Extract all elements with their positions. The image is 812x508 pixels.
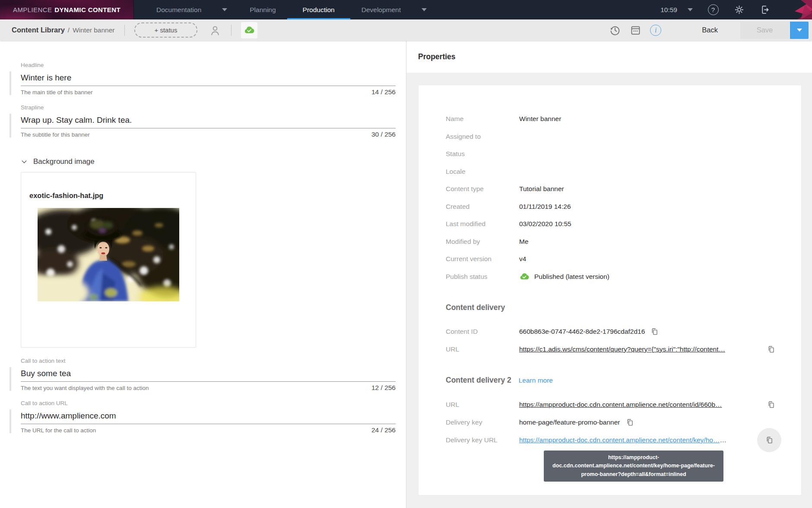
delivery-key-url-link[interactable]: https://ampproduct-doc.cdn.content.ampli…: [519, 436, 720, 444]
logout-icon[interactable]: [759, 4, 771, 16]
properties-header: Properties: [406, 41, 812, 73]
copy-icon[interactable]: [767, 345, 775, 353]
properties-title: Properties: [418, 52, 456, 61]
url-tooltip: https://ampproduct-doc.cdn.content.ampli…: [544, 450, 723, 482]
char-counter: 12 / 256: [371, 384, 396, 392]
brand-product: DYNAMIC CONTENT: [54, 6, 121, 13]
cd2-url-link[interactable]: https://ampproduct-doc.cdn.content.ampli…: [519, 401, 722, 409]
save-button[interactable]: Save: [740, 22, 789, 39]
content-id-row: Content ID 660b863e-0747-4462-8de2-1796c…: [446, 323, 775, 340]
strapline-input[interactable]: Wrap up. Stay calm. Drink tea.: [21, 113, 396, 128]
copy-icon[interactable]: [650, 327, 659, 335]
app-logo[interactable]: AMPLIENCE DYNAMIC CONTENT: [0, 0, 134, 19]
clock-time: 10:59: [660, 6, 677, 14]
nav-item-planning[interactable]: Planning: [238, 0, 287, 19]
field-label: Strapline: [21, 104, 396, 113]
property-row-status: Status: [446, 145, 775, 163]
image-filename: exotic-fashion-hat.jpg: [29, 192, 196, 200]
copy-icon[interactable]: [765, 436, 774, 444]
char-counter: 30 / 256: [371, 131, 396, 138]
cta-text-field: Call to action text Buy some tea The tex…: [21, 358, 396, 392]
content-delivery-url-row: URL https://c1.adis.ws/cms/content/query…: [446, 340, 775, 358]
toolbar-right-group: i Back Save: [609, 22, 812, 39]
chevron-down-icon: [688, 8, 693, 11]
copy-icon[interactable]: [767, 400, 775, 409]
property-row-current-version: Current version v4: [446, 250, 775, 268]
property-row-publish-status: Publish status Published (latest version…: [446, 268, 775, 286]
delivery-key-row: Delivery key home-page/feature-promo-ban…: [446, 413, 775, 431]
back-button[interactable]: Back: [702, 26, 718, 34]
properties-pane: Properties Name Winter banner Assigned t…: [406, 41, 812, 508]
nav-item-documentation[interactable]: Documentation: [145, 0, 238, 19]
cta-text-input[interactable]: Buy some tea: [21, 366, 396, 382]
property-row-assigned-to: Assigned to: [446, 128, 775, 146]
cd2-url-row: URL https://ampproduct-doc.cdn.content.a…: [446, 396, 775, 413]
headline-input[interactable]: Winter is here: [21, 70, 396, 86]
assignee-person-icon[interactable]: [209, 24, 222, 37]
property-row-name: Name Winter banner: [446, 110, 775, 128]
nav-item-development[interactable]: Development: [350, 0, 438, 19]
breadcrumb-current: Winter banner: [73, 26, 114, 34]
publish-cloud-button[interactable]: [241, 22, 257, 38]
content-editor-pane: Headline Winter is here The main title o…: [0, 41, 406, 508]
field-helper: The main title of this banner: [21, 89, 93, 96]
field-helper: The subtitle for this banner: [21, 131, 90, 138]
chevron-down-icon: [422, 8, 427, 11]
cta-url-field: Call to action URL http://www.amplience.…: [21, 400, 396, 434]
delivery-key-value: home-page/feature-promo-banner: [519, 419, 620, 426]
calendar-icon[interactable]: [629, 24, 642, 37]
background-image-section-toggle[interactable]: Background image: [21, 157, 396, 166]
info-icon[interactable]: i: [649, 24, 662, 37]
field-helper: The URL for the call to action: [21, 427, 96, 434]
divider: [124, 25, 125, 36]
nav-right-group: 10:59 ?: [660, 0, 812, 19]
field-label: Headline: [21, 62, 396, 70]
add-status-button[interactable]: + status: [134, 22, 198, 38]
cta-url-input[interactable]: http://www.amplience.com: [21, 409, 396, 424]
field-label: Call to action URL: [21, 400, 396, 409]
headline-field: Headline Winter is here The main title o…: [21, 62, 396, 96]
content-toolbar: Content Library / Winter banner + status: [0, 19, 812, 41]
main-nav-menu: Documentation Planning Production Develo…: [145, 0, 438, 19]
learn-more-link[interactable]: Learn more: [519, 375, 553, 386]
chevron-down-icon: [21, 158, 28, 165]
breadcrumb-separator: /: [68, 26, 70, 34]
content-id-value: 660b863e-0747-4462-8de2-1796cdaf2d16: [519, 328, 645, 335]
chevron-down-icon: [797, 29, 802, 32]
copy-icon[interactable]: [626, 418, 634, 426]
top-nav: AMPLIENCE DYNAMIC CONTENT Documentation …: [0, 0, 812, 19]
banner-photo: [38, 208, 179, 301]
save-options-dropdown-button[interactable]: [790, 22, 809, 39]
settings-gear-icon[interactable]: [733, 4, 745, 16]
property-row-content-type: Content type Tutorial banner: [446, 180, 775, 198]
field-helper: The text you want displayed with the cal…: [21, 385, 149, 391]
section-label: Background image: [33, 157, 95, 166]
version-history-icon[interactable]: [609, 24, 622, 37]
time-menu[interactable]: 10:59: [660, 6, 693, 14]
content-delivery-heading: Content delivery: [446, 302, 775, 313]
background-image-card[interactable]: exotic-fashion-hat.jpg: [21, 172, 196, 348]
content-delivery-url-link[interactable]: https://c1.adis.ws/cms/content/query?que…: [519, 345, 725, 353]
brand-name: AMPLIENCE: [13, 6, 52, 13]
property-row-modified-by: Modified by Me: [446, 233, 775, 251]
char-counter: 14 / 256: [371, 88, 396, 96]
published-cloud-icon: [519, 272, 530, 282]
property-row-locale: Locale: [446, 163, 775, 181]
help-icon[interactable]: ?: [707, 4, 719, 16]
property-row-created: Created 01/11/2019 14:26: [446, 198, 775, 216]
copy-hover-circle: [757, 428, 781, 452]
content-delivery-2-heading: Content delivery 2 Learn more: [446, 374, 775, 386]
char-counter: 24 / 256: [371, 426, 396, 434]
breadcrumb: Content Library / Winter banner: [12, 26, 115, 34]
field-label: Call to action text: [21, 358, 396, 366]
delivery-key-url-row: Delivery key URL https://ampproduct-doc.…: [446, 431, 775, 449]
nav-item-production[interactable]: Production: [287, 0, 350, 19]
divider: [231, 25, 232, 36]
chevron-down-icon: [222, 8, 227, 11]
property-row-last-modified: Last modified 03/02/2020 10:55: [446, 215, 775, 233]
main-content: Headline Winter is here The main title o…: [0, 41, 812, 508]
publish-status-text: Published (latest version): [534, 273, 609, 281]
properties-card: Name Winter banner Assigned to Status Lo…: [418, 85, 802, 495]
strapline-field: Strapline Wrap up. Stay calm. Drink tea.…: [21, 104, 396, 138]
breadcrumb-content-library[interactable]: Content Library: [12, 26, 65, 34]
